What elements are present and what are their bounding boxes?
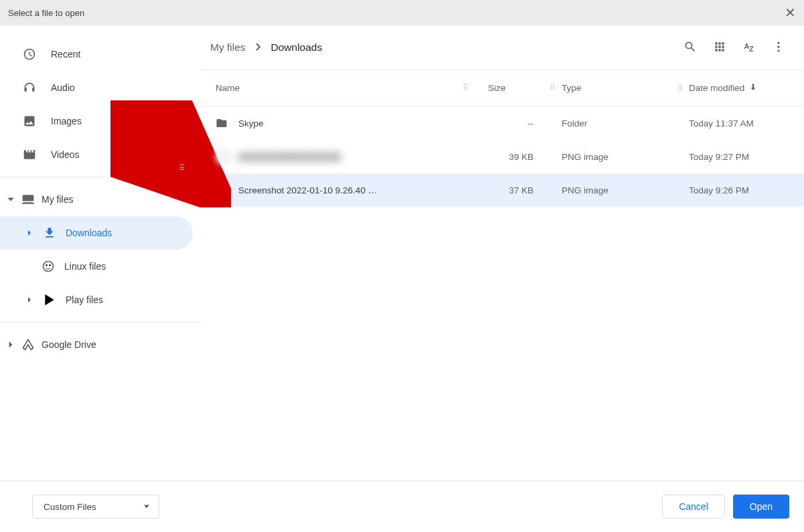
table-header-row: Name ⠿ Size ⠿ Type ⠿ Date modified <box>201 70 804 106</box>
chevron-right-icon <box>25 230 33 236</box>
sidebar-item-play-files[interactable]: Play files <box>0 283 201 317</box>
sidebar-divider <box>0 322 201 323</box>
file-size: 37 KB <box>475 185 562 195</box>
movie-icon <box>23 148 36 161</box>
file-row[interactable]: Screenshot 2022-01-10 9.26.40 … 37 KB PN… <box>201 173 804 207</box>
chevron-right-icon <box>255 41 262 54</box>
chevron-down-icon <box>7 193 15 206</box>
sidebar-item-label: Play files <box>66 294 103 305</box>
file-type: PNG image <box>562 152 689 162</box>
sidebar-item-label: Videos <box>51 149 80 160</box>
linux-icon <box>42 260 55 273</box>
file-name: Screenshot 2022-01-10 9.26.40 … <box>234 185 475 195</box>
cancel-button[interactable]: Cancel <box>662 495 725 519</box>
dialog-footer: Custom Files Cancel Open <box>0 480 804 532</box>
column-resize-handle[interactable]: ⠿ <box>463 83 469 92</box>
breadcrumb-current: Downloads <box>271 41 323 54</box>
laptop-icon <box>21 193 35 206</box>
sidebar-item-label: Google Drive <box>42 339 96 350</box>
sidebar-item-videos[interactable]: Videos <box>0 138 201 171</box>
dialog-title: Select a file to open <box>8 8 84 18</box>
svg-point-6 <box>777 46 779 48</box>
file-date: Today 9:27 PM <box>689 152 796 162</box>
main-header: My files Downloads AZ <box>201 25 804 70</box>
sidebar-item-label: Audio <box>51 82 75 93</box>
folder-icon <box>216 117 234 129</box>
file-type-label: Custom Files <box>44 502 96 512</box>
file-type: Folder <box>562 118 689 128</box>
sidebar-item-my-files[interactable]: My files <box>0 183 201 216</box>
column-resize-handle[interactable]: ⠿ <box>677 84 683 93</box>
sidebar-item-label: Linux files <box>64 261 106 272</box>
sidebar-item-label: Images <box>51 116 82 126</box>
drive-icon <box>21 338 35 351</box>
file-size: -- <box>475 118 562 128</box>
chevron-right-icon <box>25 296 33 303</box>
arrow-down-icon <box>748 82 758 94</box>
search-button[interactable] <box>677 34 704 61</box>
sort-az-icon: AZ <box>742 40 756 56</box>
download-icon <box>43 226 56 240</box>
more-vertical-icon <box>772 40 785 56</box>
sidebar-item-recent[interactable]: Recent <box>0 37 201 71</box>
file-row[interactable]: ████████████████ 39 KB PNG image Today 9… <box>201 140 804 173</box>
sidebar-item-images[interactable]: Images <box>0 104 201 138</box>
column-date-header[interactable]: Date modified <box>689 83 744 93</box>
breadcrumb: My files Downloads <box>210 41 322 54</box>
sidebar-item-linux-files[interactable]: Linux files <box>0 250 201 283</box>
file-type-select[interactable]: Custom Files <box>32 495 159 519</box>
column-resize-handle[interactable]: ⠿ <box>550 83 556 92</box>
file-row[interactable]: Skype -- Folder Today 11:37 AM <box>201 106 804 140</box>
sidebar-divider <box>0 177 201 177</box>
svg-point-0 <box>44 262 54 272</box>
headphones-icon <box>23 81 36 94</box>
file-name: ████████████████ <box>234 152 475 162</box>
more-options-button[interactable] <box>765 34 792 61</box>
sidebar-item-label: Recent <box>51 49 80 60</box>
view-toggle-button[interactable] <box>706 34 733 61</box>
close-icon[interactable]: ✕ <box>785 5 796 21</box>
column-size-header[interactable]: Size <box>488 83 505 93</box>
sidebar-item-audio[interactable]: Audio <box>0 71 201 104</box>
file-thumbnail <box>216 149 234 165</box>
breadcrumb-parent[interactable]: My files <box>210 41 246 54</box>
file-size: 39 KB <box>475 152 562 162</box>
search-icon <box>684 40 697 56</box>
column-name-header[interactable]: Name <box>216 83 240 93</box>
sidebar-item-downloads[interactable]: Downloads <box>0 216 193 250</box>
file-name: Skype <box>234 118 475 128</box>
file-type: PNG image <box>562 185 689 195</box>
file-date: Today 9:26 PM <box>689 185 796 195</box>
sidebar: Recent Audio Images Videos <box>0 25 201 480</box>
file-thumbnail <box>216 182 234 198</box>
chevron-right-icon <box>7 338 15 351</box>
image-icon <box>23 114 36 128</box>
svg-point-2 <box>49 264 51 266</box>
play-icon <box>43 293 56 306</box>
svg-point-1 <box>46 264 48 266</box>
sort-button[interactable]: AZ <box>736 34 762 61</box>
sidebar-item-google-drive[interactable]: Google Drive <box>0 328 201 361</box>
grid-icon <box>713 40 726 56</box>
open-button[interactable]: Open <box>733 495 789 519</box>
sidebar-item-label: Downloads <box>66 228 112 238</box>
sidebar-item-label: My files <box>42 194 73 205</box>
file-date: Today 11:37 AM <box>689 118 796 128</box>
column-type-header[interactable]: Type <box>562 83 581 93</box>
main-panel: My files Downloads AZ <box>201 25 804 480</box>
svg-point-5 <box>777 41 779 43</box>
clock-icon <box>23 48 36 61</box>
dialog-titlebar: Select a file to open ✕ <box>0 0 804 25</box>
svg-text:Z: Z <box>749 44 754 52</box>
svg-point-7 <box>777 50 779 52</box>
file-table: Name ⠿ Size ⠿ Type ⠿ Date modified <box>201 70 804 480</box>
